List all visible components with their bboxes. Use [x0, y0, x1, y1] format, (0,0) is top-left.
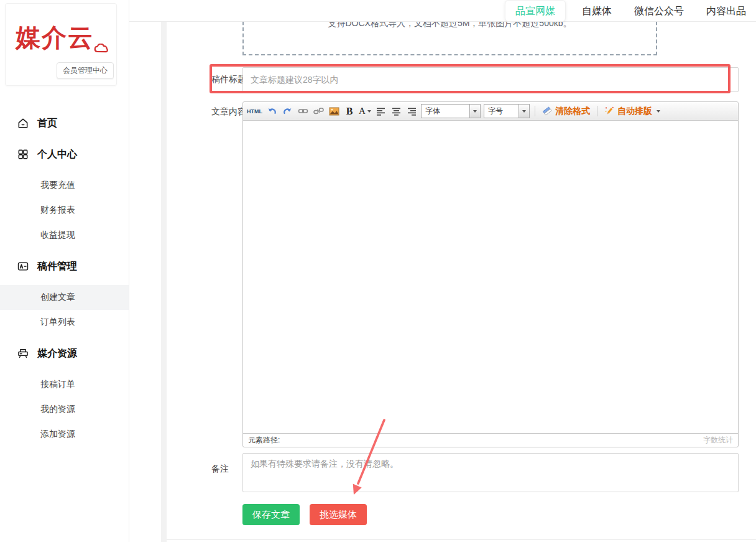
html-source-button[interactable]: HTML — [247, 105, 262, 118]
sidebar: 媒介云 会员管理中心 首页 个人中心 我要充值 财务报表 收益提现 稿件管理 创… — [0, 0, 129, 542]
insert-image-button[interactable] — [328, 105, 340, 118]
sidebar-item-withdraw-income[interactable]: 收益提现 — [0, 223, 129, 248]
remark-field-label: 备注 — [211, 464, 229, 475]
unlink-icon — [313, 106, 324, 116]
sidebar-item-label: 接稿订单 — [40, 379, 75, 390]
sidebar-item-manuscript-management[interactable]: 稿件管理 — [0, 251, 129, 282]
manuscript-icon — [16, 259, 30, 273]
content-card-bottom-border — [167, 540, 756, 540]
redo-icon — [282, 106, 293, 116]
editor-statusbar: 元素路径: 字数统计 — [243, 433, 738, 447]
upload-hint-text: 支持DOCX格式导入，文档不超过5M，单张图片不超过500kb。 — [244, 22, 656, 29]
member-center-badge: 会员管理中心 — [57, 62, 114, 79]
sidebar-item-personal-center[interactable]: 个人中心 — [0, 139, 129, 170]
pick-media-button[interactable]: 挑选媒体 — [310, 504, 367, 525]
chevron-down-icon — [657, 110, 660, 113]
sidebar-item-financial-report[interactable]: 财务报表 — [0, 198, 129, 223]
sidebar-item-label: 我的资源 — [40, 404, 75, 415]
sidebar-item-my-resources[interactable]: 我的资源 — [0, 397, 129, 422]
auto-format-button[interactable]: 自动排版 — [602, 105, 662, 118]
redo-button[interactable] — [281, 105, 293, 118]
align-center-icon — [392, 107, 401, 116]
sidebar-item-label: 财务报表 — [40, 205, 75, 216]
sidebar-item-label: 创建文章 — [40, 292, 75, 303]
sidebar-item-label: 收益提现 — [40, 230, 75, 241]
align-left-button[interactable] — [374, 105, 387, 118]
font-color-button[interactable]: A — [359, 105, 371, 118]
sidebar-item-order-list[interactable]: 订单列表 — [0, 310, 129, 335]
cloud-icon — [94, 44, 110, 54]
align-right-button[interactable] — [405, 105, 418, 118]
align-center-button[interactable] — [390, 105, 402, 118]
tab-content-production[interactable]: 内容出品 — [706, 1, 746, 21]
sidebar-item-media-resources[interactable]: 媒介资源 — [0, 338, 129, 369]
element-path-label: 元素路径: — [248, 435, 280, 446]
remark-textarea[interactable] — [242, 453, 739, 492]
magic-wand-icon — [604, 106, 615, 116]
title-input[interactable] — [242, 67, 739, 92]
link-icon — [298, 106, 308, 116]
eraser-icon — [542, 106, 553, 116]
upload-dropzone-clip: 支持DOCX格式导入，文档不超过5M，单张图片不超过500kb。 — [242, 22, 658, 55]
bold-glyph: B — [346, 106, 353, 117]
title-field-label: 稿件标题 — [211, 74, 246, 85]
sidebar-item-create-article[interactable]: 创建文章 — [0, 285, 129, 310]
word-count-label: 字数统计 — [703, 435, 733, 446]
font-family-select[interactable]: 字体 — [421, 104, 481, 118]
chevron-down-icon — [522, 110, 526, 113]
content-field-label: 文章内容 — [211, 106, 246, 118]
editor-canvas[interactable] — [243, 121, 738, 433]
tab-self-media[interactable]: 自媒体 — [582, 1, 612, 21]
chevron-down-icon — [473, 110, 477, 113]
grid-icon — [16, 147, 30, 161]
sidebar-item-label: 个人中心 — [37, 148, 77, 161]
sidebar-item-add-resources[interactable]: 添加资源 — [0, 422, 129, 447]
chevron-down-icon — [367, 110, 371, 113]
font-color-glyph: A — [359, 106, 366, 116]
editor-toolbar: HTML B A 字体 — [243, 102, 738, 121]
clear-format-label: 清除格式 — [555, 106, 590, 117]
home-icon — [16, 116, 30, 130]
auto-format-label: 自动排版 — [617, 106, 652, 117]
tab-brand-web-media[interactable]: 品宣网媒 — [505, 0, 566, 22]
align-left-icon — [376, 107, 385, 116]
sidebar-item-label: 媒介资源 — [37, 347, 77, 360]
sidebar-item-label: 首页 — [37, 117, 57, 130]
sidebar-item-accept-orders[interactable]: 接稿订单 — [0, 372, 129, 397]
font-size-value: 字号 — [484, 106, 519, 116]
printer-icon — [16, 347, 30, 360]
sidebar-item-label: 稿件管理 — [37, 260, 77, 273]
html-label: HTML — [247, 108, 262, 114]
insert-link-button[interactable] — [297, 105, 309, 118]
toolbar-separator — [535, 106, 535, 116]
unlink-button[interactable] — [312, 105, 325, 118]
sidebar-item-home[interactable]: 首页 — [0, 108, 129, 139]
channel-tabs: 品宣网媒 自媒体 微信公众号 内容出品 — [505, 0, 756, 21]
align-right-icon — [407, 107, 417, 116]
sidebar-item-label: 我要充值 — [40, 180, 75, 191]
brand-logo-card[interactable]: 媒介云 会员管理中心 — [5, 3, 117, 86]
sidebar-item-label: 订单列表 — [40, 317, 75, 328]
save-article-button[interactable]: 保存文章 — [242, 504, 300, 525]
brand-logo: 媒介云 — [16, 25, 94, 50]
image-icon — [329, 107, 339, 116]
tab-wechat-official[interactable]: 微信公众号 — [634, 1, 684, 21]
font-family-value: 字体 — [422, 106, 469, 116]
sidebar-item-recharge[interactable]: 我要充值 — [0, 173, 129, 198]
font-size-select[interactable]: 字号 — [484, 104, 530, 118]
undo-icon — [267, 106, 277, 116]
bold-button[interactable]: B — [343, 105, 356, 118]
upload-dropzone[interactable]: 支持DOCX格式导入，文档不超过5M，单张图片不超过500kb。 — [242, 22, 657, 55]
content-gutter — [161, 22, 167, 542]
sidebar-item-label: 添加资源 — [40, 429, 75, 440]
undo-button[interactable] — [265, 105, 278, 118]
toolbar-separator — [597, 106, 597, 116]
clear-format-button[interactable]: 清除格式 — [540, 105, 592, 118]
select-arrow-button — [469, 105, 480, 118]
rich-text-editor: HTML B A 字体 — [242, 101, 739, 447]
select-arrow-button — [519, 105, 529, 118]
